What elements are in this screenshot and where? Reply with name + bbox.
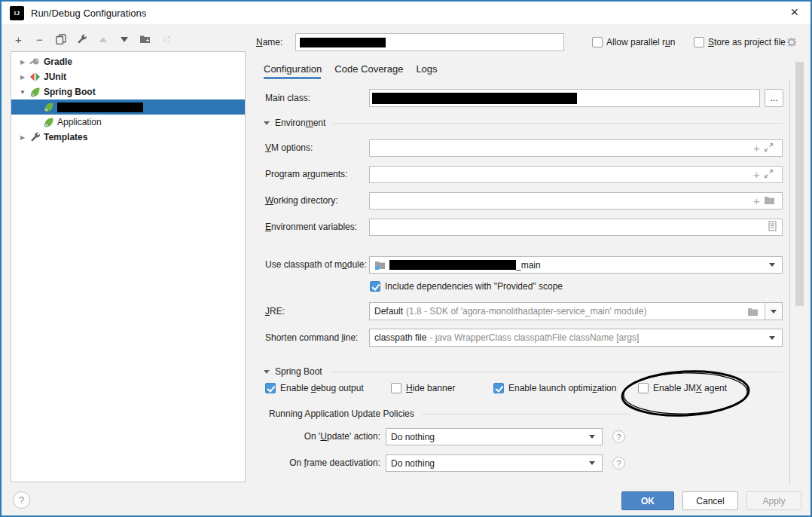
dialog-title: Run/Debug Configurations — [31, 8, 146, 19]
include-provided-label: Include dependencies with "Provided" sco… — [385, 280, 563, 292]
copy-icon[interactable] — [54, 33, 67, 46]
redacted-configuration-name — [57, 102, 143, 112]
shorten-value-primary: classpath file — [374, 332, 426, 343]
enable-debug-output-checkbox[interactable] — [265, 383, 276, 393]
dropdown-arrow-icon[interactable] — [589, 435, 595, 439]
enable-launch-optimization-label: Enable launch optimization — [508, 382, 616, 394]
macro-plus-icon[interactable]: + — [753, 170, 760, 179]
edit-templates-wrench-icon[interactable] — [75, 33, 88, 46]
redacted-name-value — [300, 38, 386, 47]
tree-item-junit[interactable]: ▶ JUnit — [11, 69, 245, 84]
tree-item-label: Spring Boot — [44, 87, 96, 97]
macro-plus-icon[interactable]: + — [753, 144, 760, 153]
macro-plus-icon[interactable]: + — [753, 197, 760, 206]
tree-item-label: JUnit — [44, 72, 66, 82]
move-up-icon[interactable] — [96, 33, 109, 46]
module-combobox[interactable]: _main — [369, 256, 783, 274]
vertical-scrollbar[interactable] — [795, 62, 804, 306]
dropdown-arrow-icon[interactable] — [769, 336, 775, 340]
browse-variables-list-icon[interactable] — [768, 221, 777, 234]
section-rule — [333, 123, 783, 124]
chevron-right-icon[interactable]: ▶ — [17, 74, 28, 81]
environment-section-label: Environment — [275, 118, 325, 128]
gradle-icon — [29, 57, 41, 67]
move-down-icon[interactable] — [118, 33, 130, 46]
titlebar: IJ Run/Debug Configurations × — [2, 2, 810, 24]
jre-combobox[interactable]: Default (1.8 - SDK of 'agora-monolithada… — [369, 302, 783, 320]
store-as-project-file-checkbox[interactable] — [694, 37, 704, 47]
main-class-label: Main class: — [265, 89, 310, 107]
allow-parallel-run-checkbox[interactable] — [592, 37, 603, 47]
enable-jmx-agent-label: Enable JMX agent — [653, 382, 727, 394]
name-input[interactable] — [295, 33, 564, 51]
ok-button[interactable]: OK — [621, 491, 674, 510]
expand-field-icon[interactable] — [764, 142, 774, 154]
expand-field-icon[interactable] — [764, 169, 774, 181]
collapse-triangle-icon[interactable] — [264, 121, 270, 125]
program-arguments-input[interactable] — [369, 166, 783, 183]
remove-icon[interactable]: − — [33, 33, 46, 46]
dropdown-arrow-icon[interactable] — [589, 461, 595, 465]
folder-icon[interactable] — [747, 307, 759, 317]
browse-main-class-button[interactable]: ... — [765, 89, 783, 107]
hide-banner-label: Hide banner — [406, 382, 455, 394]
enable-jmx-agent-checkbox[interactable] — [638, 383, 649, 393]
name-label: Name: — [256, 33, 282, 51]
help-icon[interactable]: ? — [612, 430, 625, 443]
main-class-input[interactable] — [369, 89, 760, 107]
sort-alphabetically-icon[interactable]: ↓az — [160, 33, 172, 46]
gear-icon[interactable] — [786, 36, 798, 50]
chevron-down-icon[interactable]: ▼ — [17, 89, 28, 96]
configurations-toolbar: + − ↓az — [12, 29, 172, 49]
include-provided-checkbox[interactable] — [370, 281, 380, 292]
jre-value-secondary: (1.8 - SDK of 'agora-monolithadapter-ser… — [406, 306, 646, 317]
shorten-value-secondary: - java WrapperClass classpathFile classN… — [429, 332, 639, 343]
collapse-triangle-icon[interactable] — [264, 370, 270, 374]
allow-parallel-run-label: Allow parallel run — [606, 33, 675, 51]
on-frame-deactivation-combobox[interactable]: Do nothing — [386, 454, 603, 472]
close-icon[interactable]: × — [790, 5, 798, 20]
help-icon[interactable]: ? — [612, 457, 625, 470]
store-as-project-file-label: Store as project file — [708, 33, 786, 51]
tree-item-spring-boot[interactable]: ▼ Spring Boot — [11, 84, 245, 99]
tab-code-coverage[interactable]: Code Coverage — [334, 63, 403, 79]
tree-item-gradle[interactable]: ▶ Gradle — [11, 54, 245, 69]
on-update-action-combobox[interactable]: Do nothing — [386, 428, 603, 445]
spring-boot-section-header[interactable]: Spring Boot — [264, 365, 783, 378]
working-directory-input[interactable] — [369, 192, 783, 210]
tree-item-application[interactable]: Application — [11, 115, 245, 130]
vm-options-input[interactable] — [369, 139, 783, 157]
on-frame-deactivation-label: On frame deactivation: — [256, 454, 380, 472]
spring-boot-icon — [29, 87, 41, 97]
enable-debug-output-label: Enable debug output — [280, 382, 364, 394]
tree-item-label: Application — [57, 117, 102, 127]
tree-item-label: Templates — [44, 132, 87, 142]
dialog-help-button[interactable]: ? — [13, 491, 30, 509]
hide-banner-checkbox[interactable] — [391, 383, 401, 393]
module-visible-suffix: _main — [516, 260, 541, 271]
on-frame-deactivation-value: Do nothing — [391, 458, 435, 469]
jre-label: JRE: — [265, 302, 285, 320]
section-rule — [330, 372, 783, 372]
chevron-right-icon[interactable]: ▶ — [17, 59, 28, 66]
tree-item-templates[interactable]: ▶ Templates — [11, 130, 245, 145]
cancel-button[interactable]: Cancel — [682, 491, 738, 510]
add-icon[interactable]: + — [12, 33, 25, 46]
tree-item-selected-configuration[interactable] — [11, 99, 245, 115]
redacted-main-class-value — [372, 93, 577, 104]
environment-section-header[interactable]: Environment — [264, 116, 783, 130]
enable-launch-optimization-checkbox[interactable] — [493, 383, 504, 393]
dropdown-arrow-icon[interactable] — [769, 263, 775, 267]
apply-button[interactable]: Apply — [746, 491, 801, 510]
tab-logs[interactable]: Logs — [416, 63, 437, 79]
program-arguments-label: Program arguments: — [265, 166, 347, 183]
shorten-command-line-label: Shorten command line: — [265, 329, 358, 347]
chevron-right-icon[interactable]: ▶ — [17, 134, 28, 141]
templates-wrench-icon — [29, 132, 41, 142]
environment-variables-input[interactable] — [369, 219, 783, 236]
folder-icon[interactable] — [764, 195, 775, 207]
shorten-command-line-combobox[interactable]: classpath file - java WrapperClass class… — [369, 329, 783, 347]
environment-variables-label: Environment variables: — [265, 219, 357, 236]
new-folder-icon[interactable] — [139, 33, 151, 46]
jre-dropdown-button[interactable] — [765, 303, 782, 320]
